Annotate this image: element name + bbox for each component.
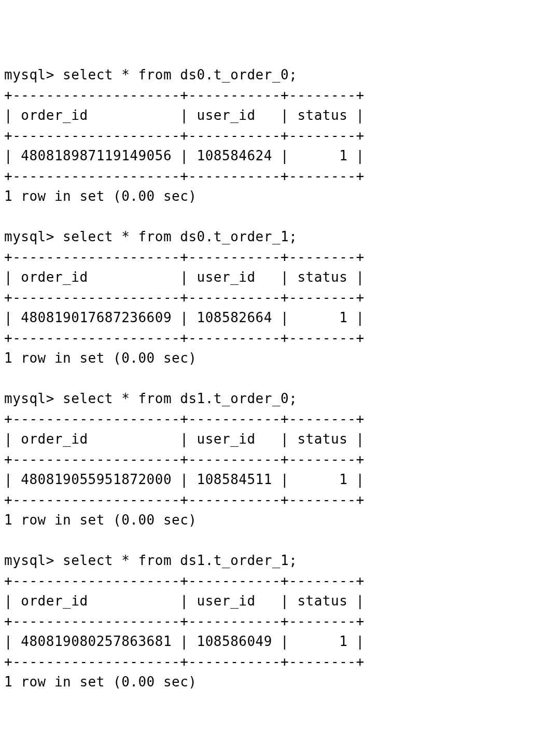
table-border: +--------------------+-----------+------…: [4, 87, 365, 103]
result-footer: 1 row in set (0.00 sec): [4, 512, 197, 528]
result-footer: 1 row in set (0.00 sec): [4, 188, 197, 204]
result-footer: 1 row in set (0.00 sec): [4, 350, 197, 366]
cell-value: 480818987119149056: [21, 148, 172, 163]
column-header: user_id: [197, 431, 256, 447]
table-border: +--------------------+-----------+------…: [4, 290, 365, 305]
cell-value: 480819080257863681: [21, 634, 172, 649]
column-header: order_id: [21, 269, 88, 285]
result-footer: 1 row in set (0.00 sec): [4, 674, 197, 690]
mysql-prompt: mysql>: [4, 229, 54, 244]
column-header: user_id: [197, 593, 256, 609]
mysql-prompt: mysql>: [4, 391, 54, 406]
sql-command: select * from ds0.t_order_1;: [63, 229, 297, 244]
column-header: order_id: [21, 431, 88, 447]
column-header: status: [297, 269, 347, 285]
mysql-prompt: mysql>: [4, 553, 54, 568]
cell-value: 108584624: [197, 148, 272, 163]
cell-value: 108586049: [197, 634, 272, 649]
cell-value: 1: [339, 148, 347, 163]
column-header: order_id: [21, 107, 88, 123]
column-header: user_id: [197, 269, 256, 285]
cell-value: 1: [339, 634, 347, 649]
table-border: +--------------------+-----------+------…: [4, 573, 365, 588]
table-border: +--------------------+-----------+------…: [4, 492, 365, 507]
column-header: status: [297, 593, 347, 609]
table-border: +--------------------+-----------+------…: [4, 654, 365, 669]
cell-value: 108584511: [197, 472, 272, 487]
column-header: order_id: [21, 593, 88, 609]
table-border: +--------------------+-----------+------…: [4, 168, 365, 184]
terminal-output: mysql> select * from ds0.t_order_0; +---…: [4, 65, 556, 692]
cell-value: 1: [339, 310, 347, 325]
column-header: status: [297, 107, 347, 123]
column-header: status: [297, 431, 347, 447]
mysql-prompt: mysql>: [4, 67, 54, 82]
table-border: +--------------------+-----------+------…: [4, 249, 365, 265]
column-header: user_id: [197, 107, 256, 123]
table-border: +--------------------+-----------+------…: [4, 128, 365, 143]
table-border: +--------------------+-----------+------…: [4, 411, 365, 426]
sql-command: select * from ds1.t_order_0;: [63, 391, 297, 406]
table-border: +--------------------+-----------+------…: [4, 613, 365, 629]
sql-command: select * from ds0.t_order_0;: [63, 67, 297, 82]
table-border: +--------------------+-----------+------…: [4, 451, 365, 467]
cell-value: 108582664: [197, 310, 272, 325]
table-border: +--------------------+-----------+------…: [4, 330, 365, 346]
cell-value: 480819017687236609: [21, 310, 172, 325]
sql-command: select * from ds1.t_order_1;: [63, 553, 297, 568]
cell-value: 1: [339, 472, 347, 487]
cell-value: 480819055951872000: [21, 472, 172, 487]
